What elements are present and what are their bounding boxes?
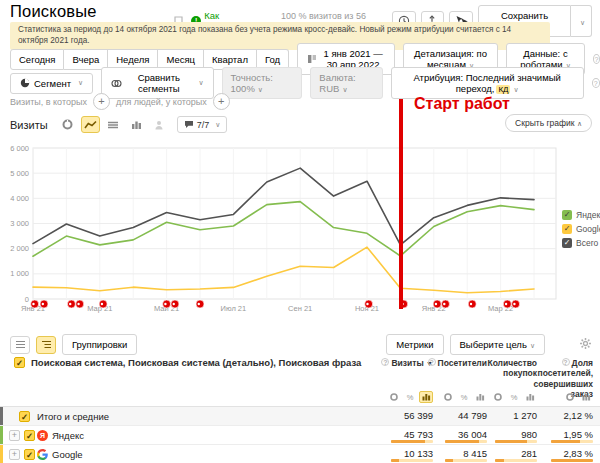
purchases-value: 980 <box>521 429 537 440</box>
hide-chart-button[interactable]: Скрыть график ∧ <box>505 114 592 132</box>
google-legend-checkbox[interactable]: ✓ <box>562 224 572 234</box>
svg-text:4 000: 4 000 <box>10 194 29 203</box>
visits-line-chart[interactable]: 01 0002 0003 0004 0005 0006 000Янв 21Мар… <box>0 140 600 322</box>
hide-chart-label: Скрыть график <box>515 118 574 128</box>
settings-gear-icon[interactable] <box>579 337 592 350</box>
row-label[interactable]: Google <box>52 449 83 460</box>
dimensions-checkbox[interactable]: ✓ <box>14 357 25 368</box>
visitors-display-modes: % <box>427 391 487 403</box>
filter-bar: Визиты, в которых + для людей, у которых… <box>10 93 230 110</box>
visits-bar <box>391 459 433 462</box>
chevron-down-icon: ∨ <box>258 86 263 93</box>
people-chart-type-button[interactable] <box>150 116 169 133</box>
column-chart-type-button[interactable] <box>127 116 146 133</box>
segment-pie-icon <box>20 78 30 88</box>
svg-text:1 000: 1 000 <box>10 269 29 278</box>
add-people-filter-button[interactable]: + <box>213 93 230 110</box>
dimensions-label[interactable]: Поисковая система, Поисковая система (де… <box>31 357 361 368</box>
groupings-button[interactable]: Группировки <box>62 334 137 355</box>
stacked-chart-type-button[interactable] <box>104 116 123 133</box>
currency-chip[interactable]: Валюта: RUB∨ <box>310 67 382 99</box>
line-chart-type-button[interactable] <box>81 116 100 133</box>
svg-text:3 000: 3 000 <box>10 219 29 228</box>
chevron-down-icon: ∨ <box>530 342 535 349</box>
chevron-down-icon: ∨ <box>580 19 585 26</box>
expand-button[interactable]: + <box>9 430 20 441</box>
tree-list-toggle[interactable] <box>36 336 56 354</box>
compare-icon <box>111 79 122 88</box>
segment-button[interactable]: Сегмент∨ <box>10 73 93 94</box>
pie-mode-icon[interactable] <box>441 391 455 403</box>
flat-list-toggle[interactable] <box>10 336 30 354</box>
share-display-modes <box>529 391 593 403</box>
compare-label: Сравнить сегменты <box>126 72 191 94</box>
table-row-google[interactable]: + ✓ Google 10 133 8 415 281 2,83 % <box>0 445 600 463</box>
pie-mode-icon[interactable] <box>563 391 577 403</box>
legend-label: Google <box>576 224 600 234</box>
pie-mode-icon[interactable] <box>491 391 505 403</box>
help-icon[interactable]: ? <box>593 54 600 64</box>
metrica-search-engines-report: Поисковые системы ! Как использовать 100… <box>0 0 600 463</box>
save-report-dropdown[interactable]: ∨ <box>571 5 592 37</box>
row-checkbox[interactable]: ✓ <box>19 411 30 422</box>
visits-filter-label: Визиты, в которых <box>10 97 87 107</box>
expand-button[interactable]: + <box>9 449 20 460</box>
help-icon[interactable]: ? <box>592 78 600 88</box>
chevron-down-icon: ∨ <box>198 79 203 87</box>
visitors-bar <box>445 440 487 443</box>
legend-label: Яндекс <box>576 210 600 220</box>
row-color-strip <box>0 407 3 425</box>
visitors-value: 8 415 <box>463 448 487 459</box>
percent-mode-icon[interactable]: % <box>403 391 417 403</box>
info-icon: ? <box>428 358 436 366</box>
chevron-up-icon: ∧ <box>577 120 582 127</box>
visitors-value: 44 799 <box>458 410 487 421</box>
row-checkbox[interactable]: ✓ <box>24 430 35 441</box>
accuracy-chip[interactable]: Точность: 100%∨ <box>222 67 303 99</box>
people-filter-label: для людей, у которых <box>116 97 207 107</box>
chevron-down-icon: ∨ <box>215 121 220 129</box>
bars-mode-icon[interactable] <box>579 391 593 403</box>
legend-label: Всего <box>576 238 598 248</box>
table-row-total[interactable]: ✓ Итого и средние 56 399 44 799 1 270 2,… <box>0 407 600 426</box>
purchases-bar <box>495 440 537 443</box>
total-legend-checkbox[interactable]: ✓ <box>562 238 572 248</box>
legend-item-yandex[interactable]: ✓Яндекс <box>562 210 600 220</box>
pie-mode-icon[interactable] <box>387 391 401 403</box>
accuracy-label: Точность: 100% <box>231 72 273 94</box>
select-goal-label: Выберите цель <box>460 339 527 350</box>
comment-bubble-icon <box>184 120 194 129</box>
table-toolbar-right: Метрики Выберите цель∨ <box>386 334 545 355</box>
row-color-strip <box>0 426 3 444</box>
percent-mode-icon[interactable]: % <box>507 391 521 403</box>
segment-label: Сегмент <box>34 78 71 89</box>
add-visit-filter-button[interactable]: + <box>93 93 110 110</box>
column-header-visits[interactable]: ?Визиты ▼ <box>363 358 433 369</box>
svg-text:5 000: 5 000 <box>10 169 29 178</box>
start-works-annotation-line <box>399 99 403 309</box>
purchases-value: 281 <box>521 448 537 459</box>
column-header-visitors[interactable]: ?Посетители <box>427 358 487 368</box>
percent-mode-icon[interactable]: % <box>457 391 471 403</box>
svg-text:0: 0 <box>25 295 29 304</box>
row-checkbox[interactable]: ✓ <box>24 449 35 460</box>
share-value: 1,95 % <box>563 429 593 440</box>
pie-chart-type-button[interactable] <box>58 116 77 133</box>
yandex-legend-checkbox[interactable]: ✓ <box>562 210 572 220</box>
legend-item-google[interactable]: ✓Google <box>562 224 600 234</box>
svg-text:2 000: 2 000 <box>10 244 29 253</box>
table-row-yandex[interactable]: + ✓ Я Яндекс 45 793 36 004 980 1,95 % <box>0 426 600 445</box>
start-works-annotation-text: Старт работ <box>414 95 510 113</box>
dimensions-row: ✓ Поисковая система, Поисковая система (… <box>14 357 361 368</box>
share-bar <box>551 459 593 462</box>
row-label[interactable]: Яндекс <box>52 430 84 441</box>
row-color-strip <box>0 445 3 463</box>
metrics-button[interactable]: Метрики <box>386 334 443 355</box>
visitors-bar <box>445 459 487 462</box>
comments-button[interactable]: 7/7 ∨ <box>177 116 228 133</box>
chart-metric-label: Визиты <box>10 119 48 131</box>
row-label[interactable]: Итого и средние <box>37 411 109 422</box>
legend-item-total[interactable]: ✓Всего <box>562 238 600 248</box>
visits-value: 45 793 <box>404 429 433 440</box>
select-goal-button[interactable]: Выберите цель∨ <box>450 334 545 355</box>
